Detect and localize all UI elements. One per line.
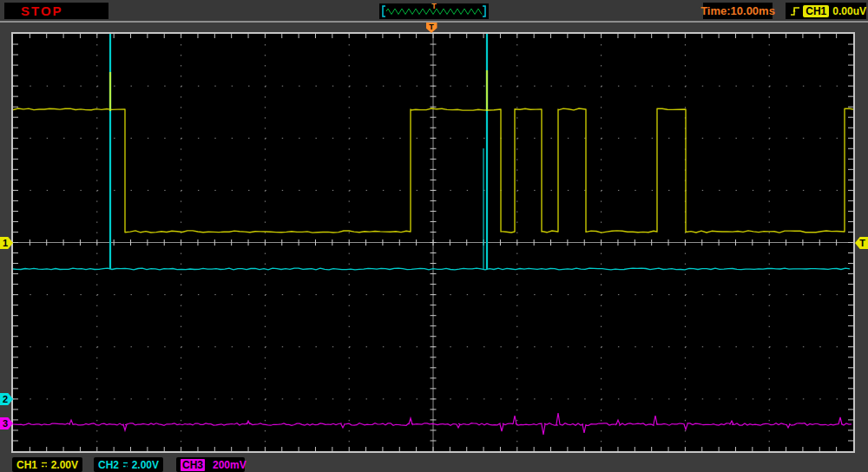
- trigger-level-marker[interactable]: T: [855, 237, 868, 249]
- oscilloscope-app: STOP T Time:10.00ms CH1 0.00uV 1 2 3 T T…: [0, 0, 868, 472]
- trigger-level-value: 0.00uV: [832, 5, 866, 17]
- ch2-status-box[interactable]: CH2 2.00V: [94, 457, 163, 472]
- run-state-label: STOP: [4, 3, 63, 18]
- trigger-readout[interactable]: CH1 0.00uV: [786, 3, 866, 19]
- trigger-level-marker-label: T: [859, 237, 865, 249]
- trigger-source-badge: CH1: [803, 5, 829, 17]
- timebase-readout[interactable]: Time:10.00ms: [703, 3, 773, 19]
- preview-trigger-marker: T: [379, 2, 489, 10]
- dc-coupling-icon: [41, 461, 47, 469]
- ch2-scale-value: 2.00V: [132, 459, 159, 471]
- ch2-label: CH2: [98, 459, 119, 471]
- ch3-label: CH3: [181, 459, 205, 471]
- graticule-frame: [11, 32, 855, 453]
- trigger-position-marker-label: T: [429, 23, 434, 31]
- ch1-marker-label: 1: [3, 237, 8, 249]
- ch3-scale-value: 200mV: [213, 459, 247, 471]
- ch2-marker-label: 2: [3, 393, 8, 405]
- ch1-status-box[interactable]: CH1 2.00V: [12, 457, 82, 472]
- toolbar-separator: [0, 21, 868, 23]
- rising-edge-trigger-icon: [790, 4, 799, 18]
- ch1-scale-value: 2.00V: [51, 459, 78, 471]
- dc-coupling-icon: [122, 461, 128, 469]
- run-state-indicator[interactable]: STOP: [4, 3, 108, 19]
- waveform-display: [13, 34, 853, 451]
- timebase-value: Time:10.00ms: [700, 4, 775, 17]
- ch3-status-box[interactable]: CH3 200mV: [176, 457, 245, 472]
- ch1-label: CH1: [16, 459, 37, 471]
- ch3-marker-label: 3: [3, 417, 8, 429]
- horizontal-preview[interactable]: T: [379, 3, 489, 19]
